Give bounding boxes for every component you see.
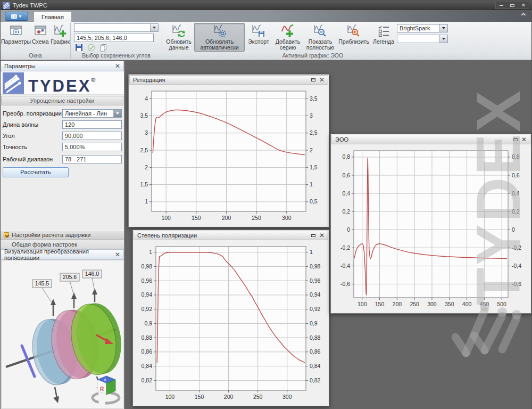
- svg-text:2: 2: [310, 147, 313, 153]
- ribbon-tab-row: Главная: [1, 10, 531, 22]
- minimize-button[interactable]: [496, 2, 506, 9]
- close-panel-button[interactable]: ✕: [115, 252, 120, 257]
- copy-angles-button[interactable]: [99, 44, 107, 52]
- window-scheme-icon: [34, 24, 47, 38]
- form-row: Рабочий диапазон 78 - 271: [3, 153, 122, 165]
- svg-text:1: 1: [310, 181, 313, 187]
- svg-text:150: 150: [195, 394, 204, 400]
- chart-area[interactable]: 100150200250300350400450500-0,6-0,6-0,4-…: [331, 144, 530, 313]
- svg-text:0,96: 0,96: [142, 277, 153, 284]
- select-value: Линейная - Лин: [63, 110, 113, 117]
- close-panel-button[interactable]: ✕: [115, 63, 120, 69]
- restore-window-button[interactable]: [513, 138, 518, 141]
- window-title: Tydex TWPC: [13, 2, 47, 9]
- secondary-combobox[interactable]: [397, 35, 448, 43]
- restore-window-button[interactable]: [311, 234, 315, 237]
- select-dropdown-button[interactable]: [113, 110, 121, 117]
- close-window-button[interactable]: ✕: [319, 77, 325, 83]
- polarization-visualization[interactable]: 145.5 205.6 146.0 R: [1, 260, 123, 408]
- minimize-icon: [500, 5, 503, 6]
- close-window-button[interactable]: ✕: [521, 137, 527, 142]
- chart-area[interactable]: 10015020025030010,51,5121,52,5232,53,534…: [129, 85, 328, 226]
- scheme-button[interactable]: Схема: [30, 23, 51, 52]
- button-label: Экспорт: [248, 39, 269, 45]
- button-label: Обновлять автоматически: [200, 39, 238, 51]
- auto-refresh-toggle-button[interactable]: Обновлять автоматически: [194, 23, 245, 52]
- svg-text:0,84: 0,84: [310, 363, 321, 369]
- chevron-down-icon: [19, 15, 22, 18]
- restore-window-button[interactable]: [311, 78, 315, 81]
- window-controls: ✕: [495, 2, 529, 9]
- application-menu-button[interactable]: [5, 12, 28, 21]
- orientation-cube-icon[interactable]: R n: [93, 376, 119, 403]
- close-window-button[interactable]: ✕: [319, 233, 325, 238]
- series-combobox[interactable]: BrightSpark: [397, 24, 448, 32]
- ribbon-group-windows: Параметры Схема: [1, 22, 70, 60]
- form-row: Преобр. поляризации Линейная - Лин: [3, 108, 122, 119]
- svg-text:150: 150: [375, 301, 385, 307]
- wavelength-input[interactable]: 120: [62, 120, 122, 129]
- svg-text:R: R: [100, 386, 104, 392]
- chart-window-titlebar[interactable]: Ретардация ✕: [129, 75, 328, 85]
- field-label: Точность: [3, 144, 62, 150]
- parameters-button[interactable]: Параметры: [2, 23, 30, 52]
- window-titlebar[interactable]: Tydex TWPC ✕: [1, 1, 531, 10]
- legend-button[interactable]: Легенда: [370, 23, 397, 52]
- group-label: Выбор сохраненных углов: [71, 52, 162, 60]
- export-button[interactable]: Экспорт: [245, 23, 272, 52]
- workspace: Параметры ✕ TYDEX® Упрощенные настройки …: [1, 60, 531, 409]
- svg-text:0,9: 0,9: [144, 320, 152, 326]
- field-label: Рабочий диапазон: [3, 156, 62, 162]
- plate-angle-labels: 145.5 205.6 146.0: [32, 270, 102, 303]
- svg-text:1,5: 1,5: [310, 164, 318, 170]
- zoom-in-button[interactable]: Приблизить: [337, 23, 370, 52]
- series-combo-stack: BrightSpark: [397, 23, 448, 43]
- chart-window-titlebar[interactable]: Степень поляризации ✕: [134, 231, 328, 240]
- chart-save-icon: [251, 24, 266, 38]
- accuracy-input[interactable]: 5,000%: [62, 143, 122, 151]
- restore-button[interactable]: [507, 2, 518, 9]
- combobox-dropdown-button[interactable]: [150, 24, 158, 31]
- svg-text:3: 3: [310, 112, 313, 119]
- chart-area[interactable]: 1001502002503000,820,820,840,840,860,860…: [134, 240, 328, 405]
- svg-text:450: 450: [480, 301, 489, 307]
- svg-text:0,8: 0,8: [512, 153, 520, 160]
- combobox-dropdown-button[interactable]: [439, 24, 447, 32]
- save-angles-button[interactable]: [75, 44, 83, 52]
- section-delay-settings[interactable]: Настройки расчета задержки: [1, 230, 124, 240]
- angle-input[interactable]: 90,000: [62, 132, 122, 140]
- section-header-simple-settings[interactable]: Упрощенные настройки: [1, 96, 123, 105]
- tydex-logo-icon: [3, 72, 24, 94]
- field-label: Преобр. поляризации: [3, 110, 62, 117]
- visualization-panel-header[interactable]: Визуализация преобразования поляризации …: [1, 249, 124, 260]
- saved-angles-combobox[interactable]: [74, 23, 159, 32]
- close-button[interactable]: ✕: [518, 2, 529, 9]
- panel-spacer: [1, 177, 124, 230]
- chart-window-title: Степень поляризации: [137, 232, 197, 239]
- ribbon: Параметры Схема: [1, 22, 531, 60]
- svg-text:100: 100: [358, 301, 367, 307]
- combobox-dropdown-button[interactable]: [439, 35, 447, 43]
- chevron-down-icon: [153, 27, 156, 29]
- combobox-value: BrightSpark: [397, 25, 439, 31]
- plate-angle-label: 145.5: [35, 280, 49, 287]
- parameters-panel-header[interactable]: Параметры ✕: [1, 61, 124, 71]
- svg-text:0,4: 0,4: [512, 190, 520, 197]
- collapse-ribbon-button[interactable]: [522, 13, 526, 18]
- angles-input[interactable]: 145,5; 205,6; 146,0: [74, 34, 154, 42]
- working-range-input[interactable]: 78 - 271: [62, 155, 122, 163]
- add-series-button[interactable]: Добавить серию: [272, 23, 303, 52]
- panel-title: Визуализация преобразования поляризации: [4, 248, 115, 261]
- refresh-data-button[interactable]: Обновить данные: [163, 23, 194, 52]
- graph-button[interactable]: График: [51, 23, 70, 52]
- svg-text:1: 1: [149, 249, 152, 255]
- apply-angles-button[interactable]: [87, 44, 95, 52]
- show-all-button[interactable]: Показать полностью: [303, 23, 337, 52]
- svg-text:150: 150: [192, 215, 201, 221]
- calculate-button[interactable]: Рассчитать: [3, 167, 69, 177]
- chart-window-titlebar[interactable]: ЭОО ✕: [331, 135, 530, 144]
- tab-glavnaya[interactable]: Главная: [34, 11, 72, 22]
- svg-text:0,86: 0,86: [142, 348, 153, 355]
- svg-text:0,8: 0,8: [342, 153, 350, 160]
- polarization-select[interactable]: Линейная - Лин: [62, 109, 122, 118]
